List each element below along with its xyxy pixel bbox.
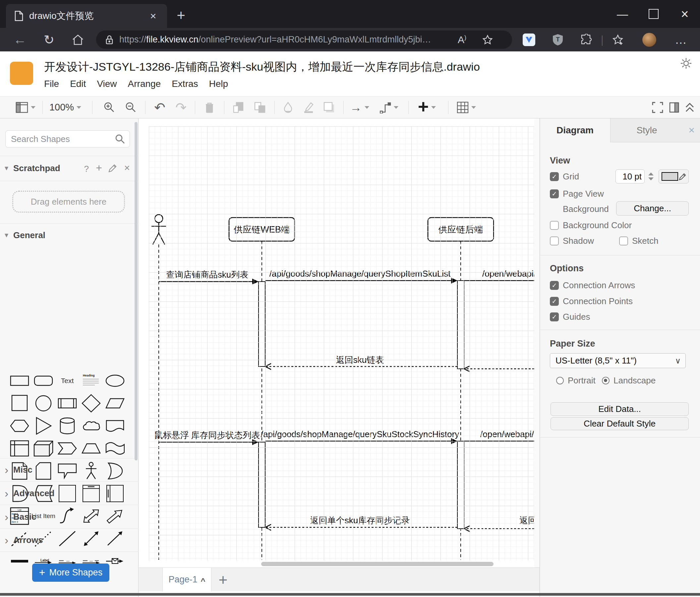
menu-file[interactable]: File	[44, 79, 59, 89]
shape-cloud-icon[interactable]	[79, 414, 103, 437]
shape-cube-icon[interactable]	[31, 437, 55, 460]
grid-checkbox-row[interactable]: ✓ Grid	[550, 171, 579, 182]
profile-avatar[interactable]	[639, 28, 659, 51]
radio-selected-icon[interactable]	[602, 377, 609, 384]
shape-heading-icon[interactable]: Heading	[79, 369, 103, 392]
shape-rectangle-icon[interactable]	[8, 369, 31, 392]
refresh-button[interactable]: ↻	[39, 28, 59, 51]
extension-shield-icon[interactable]: T	[549, 28, 567, 51]
shape-rounded-rectangle-icon[interactable]	[31, 369, 55, 392]
view-panels-button[interactable]	[15, 97, 36, 118]
shape-link-icon[interactable]	[8, 550, 31, 572]
url-bar[interactable]: https://file.kkview.cn/onlinePreview?url…	[96, 30, 512, 49]
menu-view[interactable]: View	[97, 79, 117, 89]
delete-button[interactable]	[200, 97, 219, 118]
page-view-checkbox-row[interactable]: ✓ Page View	[550, 189, 604, 199]
checkbox-unchecked-icon[interactable]	[619, 237, 628, 245]
more-shapes-button[interactable]: +More Shapes	[32, 564, 109, 582]
fullscreen-button[interactable]	[648, 97, 667, 118]
section-basic[interactable]: ›Basic	[0, 509, 139, 524]
checkbox-unchecked-icon[interactable]	[550, 221, 559, 230]
sketch-checkbox-row[interactable]: Sketch	[619, 236, 658, 246]
radio-unselected-icon[interactable]	[556, 377, 564, 384]
window-close-button[interactable]: ×	[670, 0, 700, 28]
shadow-button[interactable]	[320, 97, 339, 118]
add-page-button[interactable]: +	[213, 568, 233, 591]
checkbox-checked-icon[interactable]: ✓	[550, 172, 559, 181]
scratchpad-close-icon[interactable]: ×	[124, 162, 130, 173]
scratchpad-drop-zone[interactable]: Drag elements here	[12, 191, 125, 213]
connection-points-row[interactable]: ✓ Connection Points	[550, 296, 633, 306]
line-color-button[interactable]	[299, 97, 318, 118]
shadow-checkbox-row[interactable]: Shadow	[550, 236, 594, 246]
landscape-radio-row[interactable]: Landscape	[602, 376, 656, 385]
search-input[interactable]	[10, 132, 114, 146]
scratchpad-help-icon[interactable]: ?	[84, 164, 89, 174]
portrait-radio-row[interactable]: Portrait	[556, 376, 596, 385]
zoom-in-button[interactable]	[99, 97, 119, 118]
grid-size-input[interactable]	[616, 169, 645, 184]
scratchpad-edit-icon[interactable]	[108, 164, 117, 173]
tab-close-icon[interactable]: ×	[146, 9, 160, 23]
section-arrows[interactable]: ›Arrows	[0, 533, 139, 547]
new-tab-button[interactable]: +	[172, 6, 190, 25]
zoom-level-dropdown[interactable]: 100%	[47, 97, 83, 118]
extension-blue-icon[interactable]	[520, 28, 538, 51]
fill-color-button[interactable]	[278, 97, 298, 118]
edit-data-button[interactable]: Edit Data...	[551, 402, 689, 416]
paper-size-select[interactable]: US-Letter (8,5" x 11") ∨	[550, 353, 686, 368]
extensions-puzzle-icon[interactable]	[577, 28, 596, 51]
window-maximize-button[interactable]	[639, 0, 669, 28]
page-tab[interactable]: Page-1 ^	[162, 568, 211, 591]
shape-trapezoid-icon[interactable]	[79, 437, 103, 460]
window-minimize-button[interactable]: —	[607, 0, 638, 28]
menu-arrange[interactable]: Arrange	[128, 79, 161, 89]
shape-square-icon[interactable]	[8, 392, 31, 414]
back-button[interactable]: ←	[10, 28, 30, 51]
shape-parallelogram-icon[interactable]	[103, 392, 127, 414]
sidebar-scrollbar[interactable]	[134, 122, 138, 460]
tab-diagram[interactable]: Diagram	[540, 118, 610, 142]
shape-cylinder-icon[interactable]	[55, 414, 79, 437]
shape-diamond-icon[interactable]	[79, 392, 103, 414]
to-front-button[interactable]	[229, 97, 249, 118]
shape-search[interactable]	[5, 130, 130, 148]
grid-color-button[interactable]	[658, 169, 689, 184]
background-change-button[interactable]: Change...	[616, 201, 689, 216]
section-advanced[interactable]: ›Advanced	[0, 486, 139, 500]
read-aloud-icon[interactable]: A)	[458, 34, 466, 45]
scratchpad-section[interactable]: ▾ Scratchpad ? + ×	[0, 161, 139, 175]
shape-circle-icon[interactable]	[31, 392, 55, 414]
checkbox-checked-icon[interactable]: ✓	[550, 189, 559, 198]
collections-star-icon[interactable]	[608, 28, 627, 51]
checkbox-unchecked-icon[interactable]	[550, 237, 559, 245]
zoom-out-button[interactable]	[121, 97, 141, 118]
shape-hexagon-icon[interactable]	[8, 414, 31, 437]
shape-triangle-icon[interactable]	[31, 414, 55, 437]
scratchpad-add-icon[interactable]: +	[96, 162, 102, 174]
menu-extras[interactable]: Extras	[172, 79, 198, 89]
checkbox-checked-icon[interactable]: ✓	[550, 297, 559, 306]
to-back-button[interactable]	[250, 97, 270, 118]
checkbox-checked-icon[interactable]: ✓	[550, 312, 559, 321]
grid-size-stepper[interactable]	[647, 169, 655, 184]
favorite-star-icon[interactable]	[482, 34, 493, 45]
canvas-horizontal-scrollbar[interactable]	[261, 562, 494, 566]
shape-tape-icon[interactable]	[103, 437, 127, 460]
connection-arrows-row[interactable]: ✓ Connection Arrows	[550, 280, 635, 290]
background-color-checkbox-row[interactable]: Background Color	[550, 220, 632, 230]
guides-row[interactable]: ✓ Guides	[550, 312, 590, 322]
canvas-vertical-scrollbar-track[interactable]	[534, 118, 540, 568]
shape-process-icon[interactable]	[55, 392, 79, 414]
collapse-toolbar-button[interactable]	[681, 97, 698, 118]
undo-button[interactable]: ↶	[150, 97, 170, 118]
shape-step-icon[interactable]	[55, 437, 79, 460]
format-panel-toggle[interactable]	[666, 97, 682, 118]
theme-sun-icon[interactable]	[680, 57, 692, 69]
browser-menu-icon[interactable]: …	[671, 28, 691, 51]
table-dropdown[interactable]	[452, 97, 481, 118]
section-general[interactable]: ▾ General	[0, 228, 139, 242]
browser-tab[interactable]: drawio文件预览 ×	[6, 4, 167, 28]
shape-text-icon[interactable]: Text	[55, 369, 79, 392]
section-misc[interactable]: ›Misc	[0, 462, 139, 477]
